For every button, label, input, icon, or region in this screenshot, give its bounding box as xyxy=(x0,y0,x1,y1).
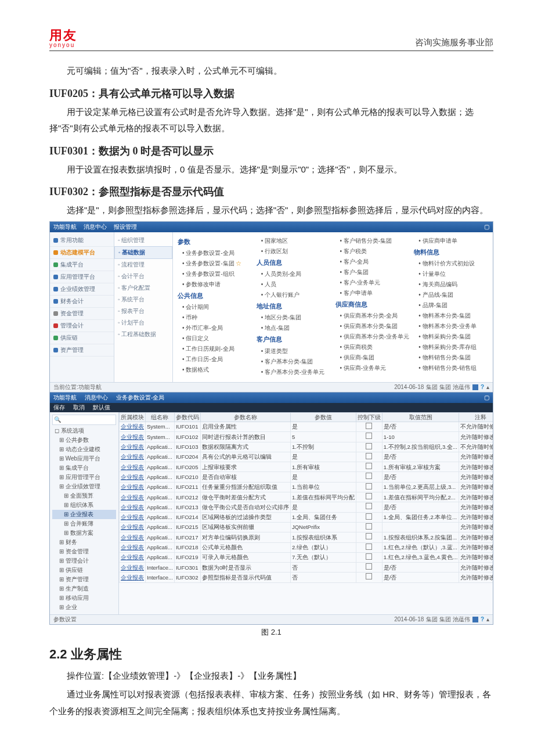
tree-node[interactable]: ⊞ 财务 xyxy=(52,538,116,547)
table-row[interactable]: 企业报表Interface...IUFO302参照型指标是否显示代码值否是/否允… xyxy=(120,573,493,582)
table-row[interactable]: 企业报表Applicati...IUFO210是否自动审核是是/否允许随时修改2… xyxy=(120,472,493,482)
tab[interactable]: 功能导航 xyxy=(53,223,77,231)
table-row[interactable]: 企业报表Applicati...IUFO219可录入单元格颜色7.无色（默认）1… xyxy=(120,552,493,562)
sidebar-module-item[interactable]: 资金管理 xyxy=(50,308,114,320)
sidebar-module-item[interactable]: 企业绩效管理 xyxy=(50,283,114,296)
tree-node[interactable]: ◻ 系统选项 xyxy=(52,426,116,435)
tree-node[interactable]: ⊞ 公共参数 xyxy=(52,435,116,445)
sidebar-category-item[interactable]: ◦ 计划平台 xyxy=(114,317,172,329)
sidebar-module-item[interactable]: 资产管理 xyxy=(50,344,114,357)
menu-link[interactable]: • 产品线-集团 xyxy=(414,290,488,300)
menu-link[interactable]: • 参数修改申请 xyxy=(178,279,252,290)
tab[interactable]: 业务参数设置-全局 xyxy=(116,394,164,402)
menu-link[interactable]: • 物料销售分类-集团 xyxy=(414,352,488,363)
menu-link[interactable]: • 工作日历规则-全局 xyxy=(178,344,252,354)
menu-link[interactable]: • 业务参数设置-全局 xyxy=(178,248,252,258)
menu-link[interactable]: • 计量单位 xyxy=(414,269,488,279)
menu-link[interactable]: • 业务参数设置-集团 xyxy=(178,258,252,269)
menu-link[interactable]: • 行政区划 xyxy=(257,246,331,257)
tree-node[interactable]: ⊞ 企业 xyxy=(52,603,116,612)
menu-link[interactable]: • 物料采购分类-库存组 xyxy=(414,342,488,352)
menu-link[interactable]: • 业务参数设置-组织 xyxy=(178,269,252,279)
menu-link[interactable]: • 供应商-业务单元 xyxy=(335,363,410,373)
tree-node[interactable]: ⊞ 动态企业建模 xyxy=(52,445,116,454)
table-row[interactable]: 企业报表Applicati...IUFO217对方单位编码切换原则1.按报表组织… xyxy=(120,532,493,542)
tree-node[interactable]: ⊞ 企业绩效管理 xyxy=(52,482,116,491)
table-row[interactable]: 企业报表Applicati...IUFO218公式单元格颜色2.绿色（默认）1.… xyxy=(120,542,493,552)
tree-node[interactable]: ⊞ 应用管理平台 xyxy=(52,473,116,482)
menu-link[interactable]: • 供应商基本分类-全局 xyxy=(335,311,410,321)
menu-link[interactable]: • 个人银行账户 xyxy=(257,290,331,300)
menu-link[interactable]: • 物料计价方式初始设 xyxy=(414,258,488,269)
sidebar-module-item[interactable]: 供应链 xyxy=(50,332,114,344)
table-row[interactable]: 企业报表Applicati...IUFO213做仓平衡公式是否自动对公式排序是是… xyxy=(120,502,493,512)
avatar-icon[interactable] xyxy=(472,617,478,622)
menu-link[interactable]: • 币种 xyxy=(178,312,252,323)
tab[interactable]: 功能导航 xyxy=(53,394,77,402)
tree-node[interactable]: ⊞ 资产管理 xyxy=(52,575,116,584)
menu-link[interactable]: • 客户销售分类-集团 xyxy=(335,236,410,246)
sidebar-category-item[interactable]: ◦ 基础数据 xyxy=(114,246,172,259)
tab[interactable]: 报设管理 xyxy=(114,223,137,231)
sidebar-category-item[interactable]: ◦ 会计平台 xyxy=(114,271,172,282)
menu-link[interactable]: • 客户-业务单元 xyxy=(335,278,410,288)
tree-node[interactable]: ⊞ 企业报表 xyxy=(52,510,116,519)
tree-node[interactable]: ⊞ 合并账簿 xyxy=(52,519,116,528)
sidebar-module-item[interactable]: 应用管理平台 xyxy=(50,271,114,283)
tree-node[interactable]: ⊞ 移动应用 xyxy=(52,593,116,603)
menu-link[interactable]: • 海关商品编码 xyxy=(414,279,488,290)
menu-link[interactable]: • 人员 xyxy=(257,279,331,290)
sidebar-category-item[interactable]: ◦ 系统平台 xyxy=(114,294,172,305)
menu-link[interactable]: • 物料采购分类-集团 xyxy=(414,332,488,342)
menu-link[interactable]: • 供应商申请单 xyxy=(414,236,488,246)
menu-link[interactable]: • 会计期间 xyxy=(178,302,252,312)
sidebar-category-item[interactable]: ◦ 流程管理 xyxy=(114,259,172,271)
column-header[interactable]: 控制下级 xyxy=(356,412,382,422)
menu-link[interactable]: • 供应商-集团 xyxy=(335,352,410,363)
sidebar-category-item[interactable]: ◦ 报表平台 xyxy=(114,305,172,317)
menu-link[interactable]: • 工作日历-全局 xyxy=(178,354,252,365)
tree-node[interactable]: ⊞ 供应链 xyxy=(52,566,116,575)
tree-node[interactable]: ⊞ 生产制造 xyxy=(52,584,116,593)
tree-node[interactable]: ⊞ Web应用平台 xyxy=(52,454,116,463)
column-header[interactable]: 取值范围 xyxy=(382,412,459,422)
menu-link[interactable]: • 客户-集团 xyxy=(335,267,410,278)
menu-link[interactable]: • 假日定义 xyxy=(178,333,252,344)
option-tree[interactable]: 🔍 ◻ 系统选项⊞ 公共参数⊞ 动态企业建模⊞ Web应用平台⊞ 集成平台⊞ 应… xyxy=(50,412,119,614)
sidebar-module-item[interactable]: 财务会计 xyxy=(50,296,114,308)
table-row[interactable]: 企业报表Applicati...IUFO204具有公式的单元格可以编辑是是/否允… xyxy=(120,452,493,462)
window-control-icon[interactable]: ▢ xyxy=(484,223,489,231)
menu-link[interactable]: • 人员类别-全局 xyxy=(257,269,331,279)
window-control-icon[interactable]: ▢ xyxy=(484,394,489,402)
search-input[interactable]: 🔍 xyxy=(52,415,116,425)
menu-link[interactable]: • 客户税类 xyxy=(335,246,410,257)
table-row[interactable]: 企业报表Interface...IUFO301数据为0时是否显示否是/否允许随时… xyxy=(120,563,493,573)
table-row[interactable]: 企业报表Applicati...IUFO211任务量重分指派分配组织取值1.当前… xyxy=(120,482,493,492)
tree-node[interactable]: ⊞ 组织体系 xyxy=(52,501,116,510)
menu-link[interactable]: • 客户基本分类-集团 xyxy=(257,357,331,367)
avatar-icon[interactable] xyxy=(472,384,478,390)
column-header[interactable]: 参数名称 xyxy=(200,412,290,422)
menu-link[interactable]: • 地点-集团 xyxy=(257,323,331,333)
menu-link[interactable]: • 数据格式 xyxy=(178,365,252,375)
menu-link[interactable]: • 国家地区 xyxy=(257,236,331,246)
tree-node[interactable]: ⊞ 集成平台 xyxy=(52,463,116,473)
column-header[interactable]: 参数代码 xyxy=(174,412,200,422)
sidebar-category-item[interactable]: ◦ 客户化配置 xyxy=(114,282,172,294)
menu-link[interactable]: • 物料基本分类-业务单 xyxy=(414,321,488,332)
menu-link[interactable]: • 供应商基本分类-业务单元 xyxy=(335,332,410,342)
menu-link[interactable]: • 客户-全局 xyxy=(335,257,410,267)
table-row[interactable]: 企业报表System...IUFO102同时进行报表计算的数目51-10允许随时… xyxy=(120,432,493,442)
table-row[interactable]: 企业报表Applicati...IUFO214区域网络板的过滤操作类型1.全局、… xyxy=(120,512,493,522)
help-icon[interactable]: ? xyxy=(481,383,484,391)
sidebar-module-item[interactable]: 管理会计 xyxy=(50,320,114,332)
menu-link[interactable]: • 物料销售分类-销售组 xyxy=(414,363,488,373)
default-button[interactable]: 默认值 xyxy=(93,404,110,412)
help-icon[interactable]: ? xyxy=(481,615,484,624)
sidebar-module-item[interactable]: 动态建模平台 xyxy=(50,247,114,259)
table-row[interactable]: 企业报表Applicati...IUFO103数据权限隔离方式1.不控制1.不控… xyxy=(120,442,493,452)
sidebar-module-item[interactable]: 集成平台 xyxy=(50,259,114,271)
column-header[interactable]: 组名称 xyxy=(146,412,175,422)
table-row[interactable]: 企业报表Applicati...IUFO212做仓平衡时差值分配方式1.差值在指… xyxy=(120,492,493,502)
menu-link[interactable]: • 物料基本分类-集团 xyxy=(414,311,488,321)
